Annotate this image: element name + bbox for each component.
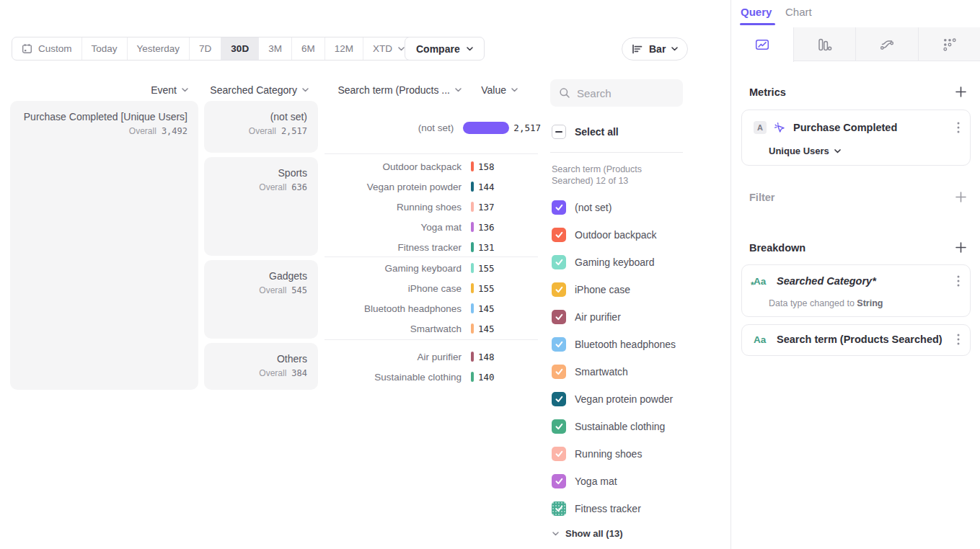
active-tab-underline bbox=[740, 23, 775, 25]
group-divider bbox=[325, 339, 538, 340]
term-label: Vegan protein powder bbox=[325, 182, 462, 192]
event-name: Purchase Completed [Unique Users] bbox=[10, 111, 187, 122]
term-value: 155 bbox=[478, 283, 495, 294]
report-tab-funnels[interactable] bbox=[794, 27, 857, 61]
chevron-down-icon bbox=[302, 88, 309, 92]
legend-item[interactable]: iPhone case bbox=[552, 281, 630, 298]
category-name: Others bbox=[204, 353, 307, 365]
date-range-today[interactable]: Today bbox=[82, 37, 128, 60]
report-tab-flows[interactable] bbox=[856, 27, 919, 61]
legend-item[interactable]: (not set) bbox=[552, 199, 612, 216]
breakdown-card-search-term[interactable]: Aa Search term (Products Searched) bbox=[741, 324, 971, 356]
string-type-icon: Aa * bbox=[754, 276, 769, 287]
date-range-30d[interactable]: 30D bbox=[221, 37, 259, 60]
checkbox-checked[interactable] bbox=[552, 282, 566, 297]
legend-item[interactable]: Outdoor backpack bbox=[552, 226, 657, 244]
add-filter-button[interactable] bbox=[955, 191, 967, 203]
checkbox-checked[interactable] bbox=[552, 501, 566, 516]
legend-item[interactable]: Sustainable clothing bbox=[552, 418, 665, 435]
column-header-value[interactable]: Value bbox=[467, 84, 518, 96]
date-range-label: Today bbox=[92, 43, 118, 54]
checkbox-checked[interactable] bbox=[552, 447, 566, 461]
value-bar bbox=[463, 122, 509, 134]
legend-item[interactable]: Gaming keyboard bbox=[552, 254, 655, 271]
tab-chart[interactable]: Chart bbox=[785, 6, 812, 18]
category-cell: Others Overall384 bbox=[204, 343, 318, 390]
legend-item[interactable]: Yoga mat bbox=[552, 473, 617, 490]
calendar-icon bbox=[22, 43, 32, 54]
value-bar bbox=[471, 202, 474, 212]
checkbox-checked[interactable] bbox=[552, 255, 566, 269]
term-value: 155 bbox=[478, 263, 495, 274]
search-icon bbox=[559, 87, 570, 99]
date-range-label: 12M bbox=[335, 43, 353, 54]
kebab-menu-icon[interactable] bbox=[957, 334, 960, 345]
legend-item[interactable]: Vegan protein powder bbox=[552, 390, 673, 408]
compare-button[interactable]: Compare bbox=[405, 37, 485, 61]
kebab-menu-icon[interactable] bbox=[957, 122, 960, 133]
modified-asterisk-badge: * bbox=[751, 280, 754, 290]
legend-item[interactable]: Air purifier bbox=[552, 308, 621, 326]
legend-item[interactable]: Fitness tracker bbox=[552, 500, 641, 517]
category-overall: Overall545 bbox=[204, 285, 307, 295]
checkbox-checked[interactable] bbox=[552, 392, 566, 406]
metric-aggregation-dropdown[interactable]: Unique Users bbox=[769, 146, 841, 156]
table-row: Air purifier 148 bbox=[325, 347, 541, 367]
checkbox-checked[interactable] bbox=[552, 200, 566, 215]
select-all-row[interactable]: Select all bbox=[552, 125, 619, 139]
checkbox-checked[interactable] bbox=[552, 337, 566, 352]
checkbox-checked[interactable] bbox=[552, 228, 566, 242]
add-breakdown-button[interactable] bbox=[955, 241, 967, 254]
chevron-down-icon bbox=[552, 532, 559, 536]
chart-type-dropdown[interactable]: Bar bbox=[622, 37, 688, 61]
legend-label: iPhone case bbox=[575, 284, 630, 295]
value-bar bbox=[471, 352, 474, 362]
checkbox-checked[interactable] bbox=[552, 365, 566, 379]
report-tab-retention[interactable] bbox=[919, 27, 980, 61]
date-range-label: 7D bbox=[199, 43, 211, 54]
date-range-7d[interactable]: 7D bbox=[190, 37, 221, 60]
legend-item[interactable]: Bluetooth headphones bbox=[552, 336, 676, 353]
metric-card[interactable]: A Purchase Completed Unique Users bbox=[741, 110, 971, 166]
date-range-custom[interactable]: Custom bbox=[12, 37, 82, 60]
table-row: Fitness tracker 131 bbox=[325, 237, 541, 257]
legend-item[interactable]: Running shoes bbox=[552, 445, 642, 463]
query-panel: Query Chart bbox=[730, 0, 980, 549]
value-bar bbox=[471, 222, 474, 232]
term-label: Yoga mat bbox=[325, 222, 462, 233]
kebab-menu-icon[interactable] bbox=[957, 275, 960, 287]
checkbox-checked[interactable] bbox=[552, 419, 566, 434]
date-range-3m[interactable]: 3M bbox=[259, 37, 292, 60]
date-range-yesterday[interactable]: Yesterday bbox=[128, 37, 190, 60]
show-all-label: Show all (13) bbox=[565, 528, 622, 539]
checkbox-checked[interactable] bbox=[552, 474, 566, 488]
breakdown-card-searched-category[interactable]: Aa * Searched Category* Data type change… bbox=[741, 264, 971, 317]
checkbox-checked[interactable] bbox=[552, 310, 566, 324]
chevron-down-icon bbox=[834, 149, 841, 153]
chevron-down-icon bbox=[398, 47, 405, 51]
date-range-label: Yesterday bbox=[137, 43, 180, 54]
value-bar bbox=[471, 161, 474, 171]
report-type-strip bbox=[731, 27, 980, 61]
chevron-down-icon bbox=[511, 88, 518, 92]
retention-dots-icon bbox=[942, 37, 958, 53]
legend-item[interactable]: Smartwatch bbox=[552, 363, 628, 380]
legend-label: (not set) bbox=[575, 202, 612, 213]
date-range-6m[interactable]: 6M bbox=[292, 37, 325, 60]
select-all-checkbox[interactable] bbox=[552, 125, 566, 139]
add-metric-button[interactable] bbox=[955, 86, 967, 98]
chevron-down-icon bbox=[455, 88, 462, 92]
search-box bbox=[550, 79, 683, 107]
column-header-search-term[interactable]: Search term (Products ... bbox=[325, 84, 462, 96]
show-all-button[interactable]: Show all (13) bbox=[552, 528, 622, 539]
table-row: iPhone case 155 bbox=[325, 278, 541, 298]
filter-heading: Filter bbox=[749, 192, 774, 203]
table-row: Sustainable clothing 140 bbox=[325, 367, 541, 387]
column-header-searched-category[interactable]: Searched Category bbox=[204, 84, 309, 96]
search-input[interactable] bbox=[577, 87, 671, 99]
date-range-12m[interactable]: 12M bbox=[325, 37, 363, 60]
category-name: Gadgets bbox=[204, 270, 307, 282]
report-tab-insights[interactable] bbox=[731, 27, 794, 62]
tab-query[interactable]: Query bbox=[741, 6, 772, 18]
column-header-event[interactable]: Event bbox=[10, 84, 188, 96]
